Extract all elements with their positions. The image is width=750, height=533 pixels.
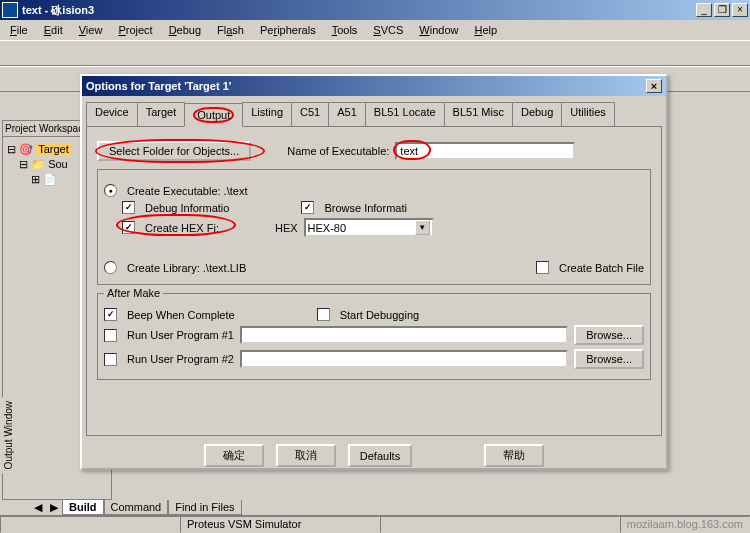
help-button[interactable]: 帮助 [484,444,544,467]
menu-project[interactable]: Project [112,22,158,38]
run-user2-input[interactable] [240,350,568,368]
dialog-buttons: 确定 取消 Defaults 帮助 [82,436,666,475]
new-icon[interactable] [4,43,24,63]
status-simulator: Proteus VSM Simulator [180,516,380,533]
tab-listing[interactable]: Listing [242,102,292,126]
tab-bl51locate[interactable]: BL51 Locate [365,102,445,126]
output-tabs: ◀ ▶ Build Command Find in Files [30,500,242,515]
menu-edit[interactable]: Edit [38,22,69,38]
dialog-close-button[interactable]: × [646,79,662,93]
statusbar: Proteus VSM Simulator mozilaam.blog.163.… [0,515,750,533]
tab-body: Select Folder for Objects... Name of Exe… [86,126,662,436]
save-icon[interactable] [48,43,68,63]
toolbar-1 [0,40,750,66]
create-exe-radio[interactable] [104,184,117,197]
chevron-down-icon: ▼ [415,220,430,235]
maximize-button[interactable]: ❐ [714,3,730,17]
tree-target[interactable]: Target [36,143,71,155]
create-lib-label: Create Library: .\text.LIB [127,262,246,274]
dialog-titlebar: Options for Target 'Target 1' × [82,76,666,96]
menu-peripherals[interactable]: Peripherals [254,22,322,38]
hex-label: HEX [275,222,298,234]
tab-a51[interactable]: A51 [328,102,366,126]
tab-c51[interactable]: C51 [291,102,329,126]
translate-icon[interactable] [48,69,68,89]
executable-name-input[interactable] [395,142,575,160]
tab-output[interactable]: Output [184,103,243,127]
menu-help[interactable]: Help [468,22,503,38]
cancel-button[interactable]: 取消 [276,444,336,467]
debug-info-label: Debug Informatio [145,202,229,214]
tab-debug[interactable]: Debug [512,102,562,126]
debug-info-checkbox[interactable] [122,201,135,214]
browse-info-checkbox[interactable] [301,201,314,214]
start-debug-label: Start Debugging [340,309,420,321]
ok-button[interactable]: 确定 [204,444,264,467]
tab-utilities[interactable]: Utilities [561,102,614,126]
select-folder-button[interactable]: Select Folder for Objects... [97,141,251,161]
minimize-button[interactable]: _ [696,3,712,17]
menu-svcs[interactable]: SVCS [367,22,409,38]
create-hex-label: Create HEX Fi: [145,222,219,234]
after-make-group: After Make Beep When Complete Start Debu… [97,293,651,380]
run-user1-label: Run User Program #1 [127,329,234,341]
start-debug-checkbox[interactable] [317,308,330,321]
tab-device[interactable]: Device [86,102,138,126]
after-make-title: After Make [104,287,163,299]
tab-target[interactable]: Target [137,102,186,126]
app-title: text - 砯ision3 [22,3,696,18]
menu-tools[interactable]: Tools [326,22,364,38]
menubar: File Edit View Project Debug Flash Perip… [0,20,750,40]
menu-flash[interactable]: Flash [211,22,250,38]
create-batch-checkbox[interactable] [536,261,549,274]
browse-info-label: Browse Informati [324,202,407,214]
dialog-title: Options for Target 'Target 1' [86,80,231,92]
beep-label: Beep When Complete [127,309,235,321]
name-label: Name of Executable: [287,145,389,157]
rebuild-icon[interactable] [26,69,46,89]
build-icon[interactable] [4,69,24,89]
run-user1-checkbox[interactable] [104,329,117,342]
open-icon[interactable] [26,43,46,63]
run-user2-label: Run User Program #2 [127,353,234,365]
menu-view[interactable]: View [73,22,109,38]
beep-checkbox[interactable] [104,308,117,321]
close-button[interactable]: × [732,3,748,17]
tree-source[interactable]: Sou [48,158,68,170]
browse1-button[interactable]: Browse... [574,325,644,345]
menu-window[interactable]: Window [413,22,464,38]
run-user1-input[interactable] [240,326,568,344]
menu-debug[interactable]: Debug [163,22,207,38]
tab-bl51misc[interactable]: BL51 Misc [444,102,513,126]
status-watermark: mozilaam.blog.163.com [620,516,750,533]
cut-icon[interactable] [76,43,96,63]
app-icon [2,2,18,18]
dialog-tabs: Device Target Output Listing C51 A51 BL5… [86,102,662,126]
main-titlebar: text - 砯ision3 _ ❐ × [0,0,750,20]
menu-file[interactable]: File [4,22,34,38]
browse2-button[interactable]: Browse... [574,349,644,369]
hex-format-select[interactable]: HEX-80▼ [304,218,434,237]
run-user2-checkbox[interactable] [104,353,117,366]
output-tab-find[interactable]: Find in Files [168,500,241,515]
create-exe-label: Create Executable: .\text [127,185,247,197]
copy-icon[interactable] [98,43,118,63]
options-dialog: Options for Target 'Target 1' × Device T… [80,74,668,470]
output-window-label: Output Window [2,397,15,473]
output-tab-build[interactable]: Build [62,500,104,515]
create-hex-checkbox[interactable] [122,221,135,234]
create-lib-radio[interactable] [104,261,117,274]
output-tab-command[interactable]: Command [104,500,169,515]
executable-group: Create Executable: .\text Debug Informat… [97,169,651,285]
create-batch-label: Create Batch File [559,262,644,274]
defaults-button[interactable]: Defaults [348,444,412,467]
paste-icon[interactable] [120,43,140,63]
